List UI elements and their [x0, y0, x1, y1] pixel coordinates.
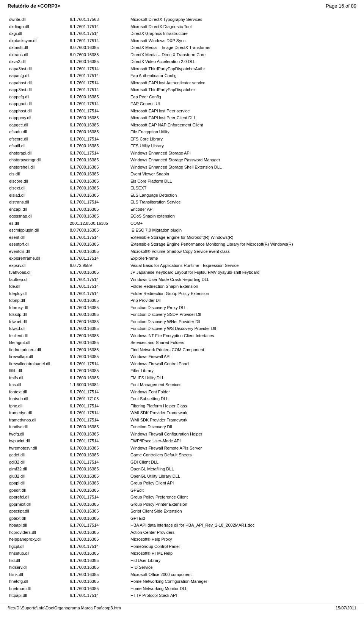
dll-version: 6.1.7600.16385 — [68, 487, 129, 494]
dll-name: hcproviders.dll — [8, 529, 68, 536]
dll-description: EFS Core Library — [129, 136, 356, 143]
dll-name: eapa3hst.dll — [8, 65, 68, 73]
table-row: f3ahvoas.dll6.1.7600.16385JP Japanese Ke… — [8, 269, 356, 276]
dll-name: efsutil.dll — [8, 142, 68, 150]
dll-description: Els Core Platform DLL — [129, 178, 356, 185]
dll-version: 6.1.7600.16385 — [68, 318, 129, 325]
dll-name: fwpuclnt.dll — [8, 437, 68, 445]
table-row: fdpnp.dll6.1.7600.16385Pnp Provider Dll — [8, 297, 356, 304]
dll-name: hbaapi.dll — [8, 522, 68, 529]
table-row: filemgmt.dll6.1.7600.16385Services and S… — [8, 339, 356, 346]
dll-version: 6.1.7600.16385 — [68, 367, 129, 374]
table-row: eapacfg.dll6.1.7601.17514Eap Authenticat… — [8, 72, 356, 79]
dll-description: Group Policy Preference Client — [129, 494, 356, 501]
dll-description: Function Discovery Proxy DLL — [129, 304, 356, 311]
dll-version: 6.1.7601.17514 — [68, 437, 129, 445]
dll-name: ehstorapi.dll — [8, 150, 68, 157]
dll-version: 6.1.7601.17514 — [68, 79, 129, 87]
dll-name: gpprnext.dll — [8, 501, 68, 508]
dll-description: GPEdit — [129, 487, 356, 494]
dll-description: Microsoft EAPHost Peer service — [129, 107, 356, 115]
dll-name: findnetprinters.dll — [8, 346, 68, 353]
dll-name: fdproxy.dll — [8, 304, 68, 311]
dll-version: 6.1.7600.16385 — [68, 339, 129, 346]
dll-version: 6.1.7601.17514 — [68, 360, 129, 368]
dll-name: efsadu.dll — [8, 128, 68, 136]
dll-description: Services and Shared Folders — [129, 339, 356, 346]
dll-description: Function Discovery SSDP Provider Dll — [129, 311, 356, 318]
dll-description: FWP/IPsec User-Mode API — [129, 437, 356, 445]
table-row: hid.dll6.1.7600.16385Hid User Library — [8, 557, 356, 564]
dll-version: 6.1.7600.16385 — [68, 142, 129, 150]
table-row: glu32.dll6.1.7600.16385OpenGL Utility Li… — [8, 473, 356, 480]
dll-description: Group Policy Client API — [129, 480, 356, 487]
dll-description: Home Networking Monitor DLL — [129, 585, 356, 592]
dll-description: DirectX Media -- DirectX Transform Core — [129, 51, 356, 58]
dll-description: ELS Transliteration Service — [129, 199, 356, 206]
dll-name: gpapi.dll — [8, 480, 68, 487]
dll-version: 6.1.7601.17514 — [68, 417, 129, 424]
dll-name: elsext.dll — [8, 185, 68, 192]
table-row: gpscript.dll6.1.7600.16385Script Client … — [8, 508, 356, 515]
table-row: fphc.dll6.1.7601.17514Filtering Platform… — [8, 402, 356, 410]
table-row: gpprnext.dll6.1.7600.16385Group Policy P… — [8, 501, 356, 508]
dll-version: 6.1.7601.17514 — [68, 30, 129, 37]
dll-version: 6.1.7601.17514 — [68, 290, 129, 297]
dll-name: fltlib.dll — [8, 367, 68, 374]
dll-description: Pnp Provider Dll — [129, 297, 356, 304]
dll-name: eventcls.dll — [8, 248, 68, 255]
table-row: gcdef.dll6.1.7600.16385Game Controllers … — [8, 451, 356, 459]
dll-name: fdpnp.dll — [8, 297, 68, 304]
dll-name: fdwsd.dll — [8, 325, 68, 332]
table-row: fdwsd.dll6.1.7600.16385Function Discover… — [8, 325, 356, 332]
dll-description: Home Networking Configuration Manager — [129, 578, 356, 585]
dll-description: Windows Firewall Remote APIs Server — [129, 445, 356, 452]
dll-description: ELS Language Detection — [129, 192, 356, 199]
dll-name: hnetcfg.dll — [8, 578, 68, 585]
table-row: expsrv.dll6.0.72.9589Visual Basic for Ap… — [8, 262, 356, 269]
table-row: hbaapi.dll6.1.7601.17514HBA API data int… — [8, 522, 356, 529]
dll-table: dwrite.dll6.1.7601.17563Microsoft Direct… — [8, 16, 356, 599]
dll-name: fmifs.dll — [8, 374, 68, 382]
dll-version: 6.1.7601.17105 — [68, 395, 129, 402]
table-row: glmf32.dll6.1.7600.16385OpenGL Metafilin… — [8, 465, 356, 473]
table-row: fwremotesvr.dll6.1.7600.16385Windows Fir… — [8, 445, 356, 452]
table-row: hlink.dll6.1.7600.16385Microsoft Office … — [8, 571, 356, 578]
table-row: hidserv.dll6.1.7600.16385HID Service — [8, 564, 356, 571]
report-title: Relatório de <CORP3> — [8, 3, 60, 9]
dll-name: dxdiagn.dll — [8, 23, 68, 30]
table-row: hcproviders.dll6.1.7600.16385Action Cent… — [8, 529, 356, 536]
dll-description: Function Discovery Dll — [129, 423, 356, 431]
dll-version: 6.1.7600.16385 — [68, 114, 129, 121]
dll-name: fphc.dll — [8, 402, 68, 410]
table-row: eqossnap.dll6.1.7600.16385EQoS Snapin ex… — [8, 213, 356, 220]
dll-name: dxva2.dll — [8, 58, 68, 65]
dll-description: Font Subsetting DLL — [129, 395, 356, 402]
dll-name: gptext.dll — [8, 515, 68, 522]
dll-version: 6.1.7601.17514 — [68, 150, 129, 157]
page-header: Relatório de <CORP3> Page 16 of 89 — [0, 0, 364, 12]
dll-version: 6.1.7601.17514 — [68, 543, 129, 550]
dll-description: HID Service — [129, 564, 356, 571]
table-row: escmigplugin.dll8.0.7600.16385IE ESC 7.0… — [8, 227, 356, 234]
dll-version: 6.1.7601.17514 — [68, 283, 129, 290]
table-row: gdi32.dll6.1.7601.17514GDI Client DLL — [8, 459, 356, 466]
dll-version: 6.1.7600.16385 — [68, 185, 129, 192]
dll-description: Group Policy Printer Extension — [129, 501, 356, 508]
dll-description: DirectX Video Acceleration 2.0 DLL — [129, 58, 356, 65]
dll-name: dxtmsft.dll — [8, 44, 68, 51]
table-row: firewallapi.dll6.1.7600.16385Windows Fir… — [8, 353, 356, 360]
dll-description: IE ESC 7.0 Migration plugin — [129, 227, 356, 234]
dll-description: Folder Redirection Snapin Extension — [129, 283, 356, 290]
dll-description: Windows Enhanced Storage Shell Extension… — [129, 164, 356, 171]
dll-version: 6.0.72.9589 — [68, 262, 129, 269]
dll-name: gdi32.dll — [8, 459, 68, 466]
table-row: fontsub.dll6.1.7601.17105Font Subsetting… — [8, 395, 356, 402]
table-row: feclient.dll6.1.7600.16385Windows NT Fil… — [8, 332, 356, 339]
dll-name: elslad.dll — [8, 192, 68, 199]
dll-name: fontsub.dll — [8, 395, 68, 402]
table-row: elslad.dll6.1.7600.16385ELS Language Det… — [8, 192, 356, 199]
dll-version: 6.1.7600.16385 — [68, 178, 129, 185]
dll-description: Microsoft Windows DXP Sync. — [129, 37, 356, 44]
dll-name: es.dll — [8, 220, 68, 227]
